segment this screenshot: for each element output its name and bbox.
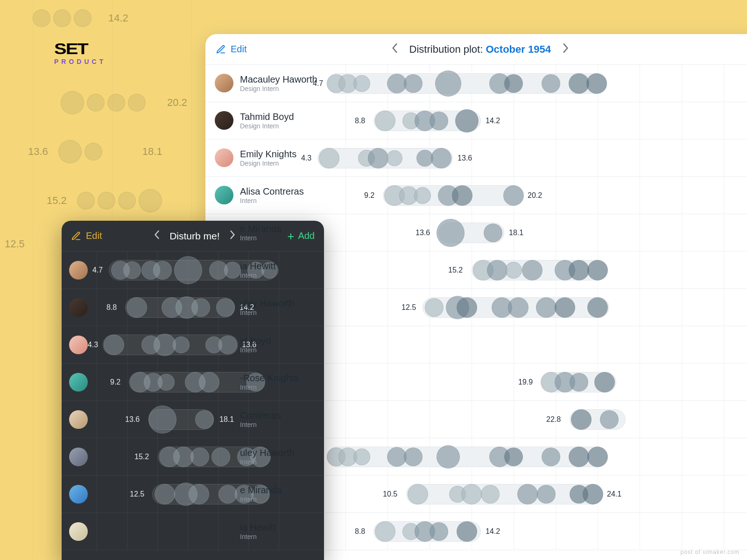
distribution-row: Tahmid Boyd Design Intern 8.8 14.2 [205,102,747,140]
avatar[interactable] [69,261,88,280]
data-dot [570,373,588,392]
person-name: id Boyd [240,335,271,346]
data-dot [505,262,522,279]
range-low-label: 15.2 [448,266,463,274]
person-role: Intern [240,346,271,354]
edit-button[interactable]: Edit [216,44,247,55]
person-name: Contreras [240,410,281,421]
watermark: post of uimaker.com [681,549,740,555]
data-dot [537,485,556,504]
data-dot [517,484,538,504]
person-name: Emily Knights [240,148,296,160]
range-low-label: 8.8 [106,303,117,312]
person-cell[interactable]: uley Haworth Intern [205,298,317,317]
person-role: Design Intern [240,160,296,168]
title-prefix: Distribution plot: [409,43,483,55]
person-role: Intern [240,533,276,541]
person-cell[interactable]: -Rose Knights Intern [205,372,317,392]
data-dot [600,410,619,429]
data-dot [555,297,575,318]
range-high-label: 13.6 [458,154,472,162]
data-dot [594,372,615,392]
avatar[interactable] [69,448,88,466]
person-role: Intern [240,197,304,205]
avatar[interactable] [69,522,88,541]
data-dot [173,336,190,353]
bg-label: 20.2 [167,97,187,109]
person-name: Tahmid Boyd [240,111,294,122]
avatar[interactable] [69,485,88,504]
data-dot [542,74,560,93]
bg-label: 18.1 [142,146,162,158]
data-dot [414,187,431,204]
range-low-label: 8.8 [355,117,365,125]
person-role: Intern [240,272,276,280]
person-name: ia Hewitt [240,522,276,533]
range-low-label: 12.5 [130,490,144,498]
person-cell[interactable]: Tahmid Boyd Design Intern [205,111,317,130]
data-dot [375,111,395,131]
person-name: -Rose Knights [240,372,299,384]
data-dot [148,406,176,434]
data-dot [375,521,395,542]
avatar[interactable] [69,410,88,429]
title-month: October 1954 [486,43,550,55]
data-dot [461,484,482,504]
person-name: ia Hewitt [240,260,276,272]
data-dot [174,256,202,284]
data-dot [425,298,444,317]
data-dot [503,185,524,206]
person-cell[interactable]: ia Hewitt Intern [205,522,317,541]
bg-label: 15.2 [47,195,67,207]
person-name: e Miranda [240,223,282,234]
edit-button[interactable]: Edit [71,231,102,241]
edit-icon [71,231,81,241]
brand-logo: SET PRODUCT [54,40,106,65]
data-dot [504,74,523,93]
data-dot [504,448,523,466]
person-cell[interactable]: ia Hewitt Intern [205,260,317,280]
data-dot [569,447,589,467]
person-cell[interactable]: e Miranda Intern [205,223,317,242]
avatar [215,74,233,92]
prev-button[interactable] [387,40,403,59]
avatar[interactable] [69,373,88,392]
range-low-label: 8.8 [355,527,365,536]
range-high-label: 24.1 [607,490,621,498]
next-button[interactable] [557,40,573,59]
range-low-label: 10.5 [383,490,397,498]
person-name: e Miranda [240,484,282,496]
person-cell[interactable]: Contreras Intern [205,410,317,429]
person-role: Intern [240,234,282,242]
person-cell[interactable]: Emily Knights Design Intern [205,148,317,168]
data-dot [583,484,603,504]
data-dot [319,148,339,168]
data-dot [437,445,460,469]
avatar[interactable] [69,298,88,317]
person-cell[interactable]: Alisa Contreras Intern [205,186,317,205]
person-cell[interactable]: uley Haworth Intern [205,447,317,466]
person-cell[interactable]: Macauley Haworth Design Intern [205,74,317,93]
data-dot [571,409,592,430]
data-dot [437,219,465,247]
data-dot [587,260,608,280]
range-low-label: 19.9 [518,378,533,386]
prev-button[interactable] [150,227,164,245]
person-role: Intern [240,309,295,317]
data-dot [522,260,543,280]
person-name: uley Haworth [240,447,295,458]
range-low-label: 9.2 [110,378,120,386]
data-dot [153,261,172,280]
data-dot [452,185,472,206]
person-cell[interactable]: id Boyd Intern [205,335,317,354]
range-high-label: 18.1 [509,229,523,237]
data-dot [431,148,451,168]
person-cell[interactable]: e Miranda Intern [205,484,317,504]
data-dot [155,484,175,504]
range-high-label: 14.2 [486,117,500,125]
bg-label: 14.2 [108,12,128,24]
data-dot [508,297,529,318]
avatar[interactable] [69,336,88,354]
bg-label: 13.6 [28,146,48,158]
panel-title: Distribution plot: October 1954 [409,43,551,56]
